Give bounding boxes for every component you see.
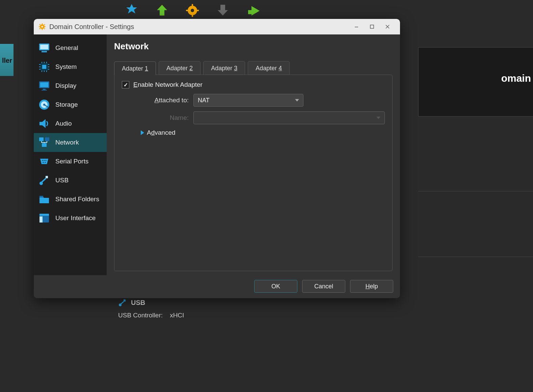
svg-rect-18 [44,26,46,27]
name-label: Name: [122,114,193,122]
bg-usb-controller-value: xHCI [170,312,184,319]
maximize-button[interactable] [364,22,380,32]
svg-rect-16 [42,29,43,30]
display-icon [38,79,51,92]
svg-marker-8 [218,5,228,16]
attached-to-value: NAT [198,97,210,104]
svg-rect-62 [46,176,48,178]
svg-rect-52 [39,137,44,141]
settings-icon [182,3,203,18]
discard-icon [213,3,233,18]
start-icon [243,3,263,18]
triangle-right-icon [141,130,144,135]
advanced-expander[interactable]: Advanced [141,129,385,136]
sidebar-item-storage[interactable]: Storage [34,95,107,114]
bg-usb-section: USB USB Controller: xHCI [118,298,184,319]
sidebar-item-system[interactable]: System [34,57,107,76]
window-title: Domain Controller - Settings [49,23,134,31]
bg-preview-title: omain [501,73,533,84]
svg-marker-1 [157,5,167,16]
settings-dialog: Domain Controller - Settings General Sys… [34,19,400,298]
svg-rect-21 [44,24,45,25]
svg-rect-46 [43,89,46,90]
usb-icon [118,298,127,307]
sidebar-item-label: Audio [55,120,72,127]
svg-rect-31 [42,65,46,69]
sidebar-item-label: Shared Folders [55,195,99,203]
sidebar-item-serial-ports[interactable]: Serial Ports [34,152,107,171]
chevron-down-icon [295,99,299,102]
svg-rect-65 [39,214,49,216]
svg-point-59 [45,162,46,163]
svg-point-56 [44,160,45,161]
svg-rect-29 [42,51,47,52]
folder-icon [38,193,51,206]
sidebar-item-display[interactable]: Display [34,76,107,95]
bg-vm-label: ller [2,57,12,64]
sidebar-item-audio[interactable]: Audio [34,114,107,133]
tab-adapter-2[interactable]: Adapter 2 [159,61,201,75]
sidebar-item-network[interactable]: Network [34,133,107,152]
svg-rect-24 [370,25,374,28]
disk-icon [38,98,51,111]
add-icon [152,3,172,18]
settings-main: Network Adapter 1 Adapter 2 Adapter 3 Ad… [107,34,400,275]
svg-rect-5 [192,14,193,17]
adapter-panel: ✓ Enable Network Adapter Attached to: NA… [114,75,393,271]
sidebar-item-usb[interactable]: USB [34,171,107,190]
bg-toolbar [118,0,267,21]
attached-to-select[interactable]: NAT [193,94,303,107]
network-icon [38,136,51,149]
adapter-tabs: Adapter 1 Adapter 2 Adapter 3 Adapter 4 [114,61,393,75]
svg-rect-17 [39,26,40,27]
sidebar-item-label: User Interface [55,214,96,222]
svg-rect-19 [39,24,41,25]
attached-to-label: Attached to: [122,97,193,104]
svg-rect-7 [196,10,199,11]
tab-adapter-4[interactable]: Adapter 4 [248,61,290,75]
new-icon [122,3,142,18]
ok-button[interactable]: OK [254,280,297,293]
svg-point-55 [42,160,43,161]
sidebar-item-user-interface[interactable]: User Interface [34,209,107,228]
sidebar-item-label: Storage [55,101,78,108]
sidebar-item-label: System [55,63,77,71]
titlebar[interactable]: Domain Controller - Settings [34,19,400,34]
svg-marker-9 [248,6,260,16]
sidebar-item-label: Serial Ports [55,158,88,165]
sidebar-item-label: USB [55,177,69,184]
sidebar-item-shared-folders[interactable]: Shared Folders [34,190,107,209]
bg-usb-controller-label: USB Controller: [118,312,163,319]
gear-icon [38,23,46,30]
svg-rect-54 [42,143,47,147]
svg-rect-47 [42,90,47,90]
minimize-button[interactable] [349,22,364,32]
sidebar-item-general[interactable]: General [34,38,107,57]
tab-adapter-1[interactable]: Adapter 1 [114,61,156,75]
svg-rect-61 [42,178,47,183]
sidebar-item-label: Network [55,139,79,146]
chevron-down-icon [376,117,380,119]
svg-rect-15 [42,23,43,25]
bg-separator [418,191,533,191]
svg-rect-20 [44,28,45,29]
svg-rect-45 [40,82,48,87]
sidebar-item-label: General [55,44,78,52]
svg-rect-6 [186,10,189,11]
tab-adapter-3[interactable]: Adapter 3 [203,61,245,75]
cancel-button[interactable]: Cancel [302,280,345,293]
name-select [193,111,385,124]
bg-separator [418,257,533,257]
close-button[interactable] [380,22,395,32]
svg-rect-4 [192,4,193,7]
dialog-buttons: OK Cancel Help [34,275,400,298]
svg-marker-51 [39,119,46,128]
svg-rect-12 [124,299,126,302]
help-button[interactable]: Help [350,280,393,293]
enable-adapter-checkbox[interactable]: ✓ [122,81,129,88]
chip-icon [38,60,51,73]
speaker-icon [38,117,51,130]
usb-icon [38,174,51,187]
page-title: Network [114,41,393,52]
sidebar-item-label: Display [55,82,76,89]
